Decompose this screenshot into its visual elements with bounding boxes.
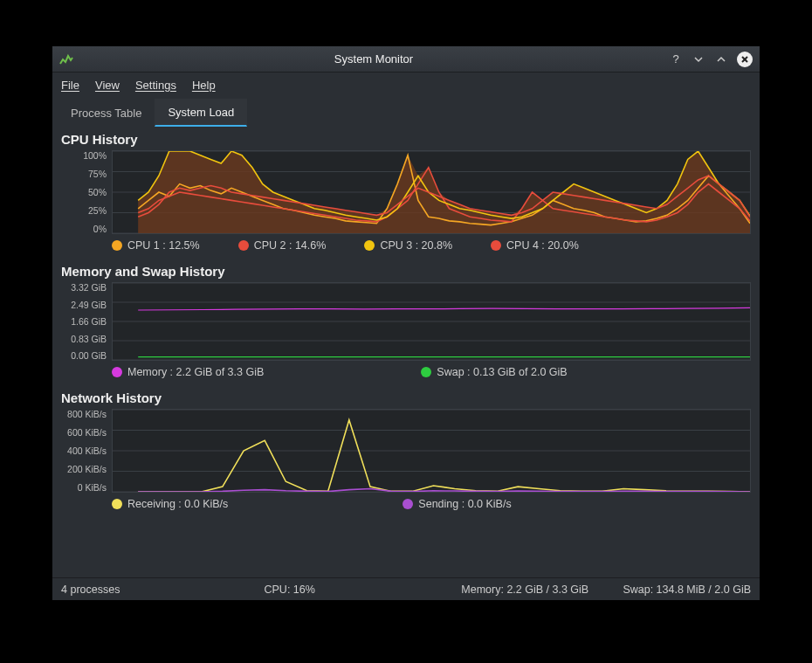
tab-process-table[interactable]: Process Table bbox=[58, 100, 155, 127]
memory-chart bbox=[112, 282, 751, 361]
receiving-dot bbox=[112, 499, 122, 509]
content: CPU History 100% 75% 50% 25% 0% CPU 1 : … bbox=[52, 127, 760, 577]
network-section: Network History 800 KiB/s 600 KiB/s 400 … bbox=[61, 390, 751, 514]
tab-system-load[interactable]: System Load bbox=[155, 99, 247, 127]
tabbar: Process Table System Load bbox=[52, 97, 760, 127]
memory-title: Memory and Swap History bbox=[61, 264, 751, 279]
network-y-axis: 800 KiB/s 600 KiB/s 400 KiB/s 200 KiB/s … bbox=[61, 409, 112, 493]
status-memory: Memory: 2.2 GiB / 3.3 GiB bbox=[415, 584, 601, 596]
network-legend: Receiving : 0.0 KiB/s Sending : 0.0 KiB/… bbox=[61, 493, 751, 514]
titlebar[interactable]: System Monitor ? bbox=[52, 46, 760, 73]
cpu3-dot bbox=[364, 240, 375, 251]
status-swap: Swap: 134.8 MiB / 2.0 GiB bbox=[601, 584, 752, 596]
system-monitor-window: System Monitor ? File View Settings Help… bbox=[52, 45, 760, 601]
close-icon[interactable] bbox=[737, 52, 753, 67]
memory-section: Memory and Swap History 3.32 GiB 2.49 Gi… bbox=[61, 264, 751, 382]
menu-help[interactable]: Help bbox=[192, 79, 216, 92]
cpu-legend: CPU 1 : 12.5% CPU 2 : 14.6% CPU 3 : 20.8… bbox=[61, 234, 751, 255]
minimize-icon[interactable] bbox=[692, 52, 705, 66]
cpu-section: CPU History 100% 75% 50% 25% 0% CPU 1 : … bbox=[61, 132, 751, 255]
network-chart bbox=[112, 409, 751, 493]
maximize-icon[interactable] bbox=[714, 52, 728, 66]
window-title: System Monitor bbox=[79, 52, 669, 66]
network-title: Network History bbox=[61, 390, 751, 405]
help-icon[interactable]: ? bbox=[669, 52, 683, 66]
cpu4-dot bbox=[491, 240, 501, 251]
cpu-chart bbox=[112, 150, 751, 234]
cpu-y-axis: 100% 75% 50% 25% 0% bbox=[61, 150, 112, 234]
cpu1-dot bbox=[112, 240, 122, 251]
menubar: File View Settings Help bbox=[52, 73, 760, 97]
memory-legend: Memory : 2.2 GiB of 3.3 GiB Swap : 0.13 … bbox=[61, 361, 751, 382]
menu-settings[interactable]: Settings bbox=[135, 79, 176, 92]
app-icon bbox=[59, 52, 73, 66]
statusbar: 4 processes CPU: 16% Memory: 2.2 GiB / 3… bbox=[52, 577, 760, 600]
memory-y-axis: 3.32 GiB 2.49 GiB 1.66 GiB 0.83 GiB 0.00… bbox=[61, 282, 112, 361]
sending-dot bbox=[403, 499, 413, 509]
status-processes: 4 processes bbox=[61, 584, 212, 596]
menu-view[interactable]: View bbox=[95, 79, 120, 92]
menu-file[interactable]: File bbox=[61, 79, 79, 92]
swap-dot bbox=[421, 367, 431, 377]
status-cpu: CPU: 16% bbox=[212, 584, 416, 596]
cpu2-dot bbox=[238, 240, 249, 251]
memory-dot bbox=[112, 367, 122, 377]
cpu-title: CPU History bbox=[61, 132, 751, 147]
